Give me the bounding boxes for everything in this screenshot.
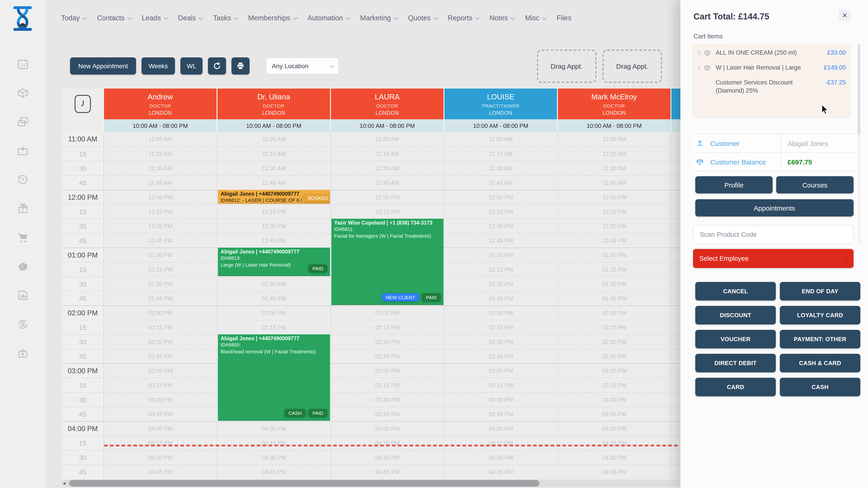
calendar-cell[interactable]: 04:45 PM bbox=[331, 465, 444, 480]
calendar-cell[interactable]: 04:30 PM bbox=[558, 451, 671, 465]
horizontal-scrollbar[interactable]: ◂ bbox=[62, 480, 680, 487]
calendar-cell[interactable]: 11:45 AM bbox=[558, 176, 671, 190]
calendar-cell[interactable]: 11:45 AM bbox=[217, 176, 331, 190]
secure-case-icon[interactable] bbox=[17, 347, 29, 359]
cash-card-button[interactable]: CASH & CARD bbox=[780, 354, 860, 372]
calendar-cell[interactable]: 02:30 PM bbox=[558, 335, 671, 349]
nav-item-today[interactable]: Today bbox=[61, 14, 86, 22]
calendar-cell[interactable]: 01:30 PM bbox=[444, 277, 558, 291]
location-filter-select[interactable]: Any Location bbox=[266, 57, 339, 74]
scan-product-code-input[interactable] bbox=[693, 225, 854, 244]
appointment-block[interactable]: Abigail Jones | +4407490009777ID#6812: -… bbox=[218, 190, 330, 204]
calendar-cell[interactable]: 03:30 PM bbox=[558, 393, 671, 407]
drag-appointment-slot-2[interactable]: Drag Appt. bbox=[602, 50, 662, 83]
calendar-cell[interactable]: 02:15 PM bbox=[444, 320, 558, 335]
card-button[interactable]: CARD bbox=[695, 378, 776, 396]
calendar-cell[interactable]: 03:45 PM bbox=[444, 407, 558, 422]
panel-scrollbar[interactable] bbox=[858, 44, 860, 243]
calendar-cell[interactable]: 01:00 PM bbox=[104, 248, 217, 263]
calendar-cell[interactable]: 11:00 AM bbox=[331, 132, 444, 147]
panel-scrollbar-thumb[interactable] bbox=[858, 44, 860, 135]
calendar-cell[interactable]: 04:45 PM bbox=[104, 465, 217, 480]
client-sync-icon[interactable] bbox=[17, 318, 29, 330]
calendar-cell[interactable]: 03:30 PM bbox=[444, 393, 558, 407]
calendar-cell[interactable]: 01:45 PM bbox=[217, 291, 331, 306]
calendar-cell[interactable]: 04:45 PM bbox=[444, 465, 558, 480]
gift-icon[interactable] bbox=[17, 202, 29, 215]
calendar-cell[interactable]: 03:30 PM bbox=[331, 393, 444, 407]
calendar-cell[interactable]: 02:15 PM bbox=[217, 320, 331, 335]
calendar-cell[interactable]: 01:45 PM bbox=[444, 291, 558, 306]
calendar-cell[interactable]: 04:15 PM bbox=[331, 436, 444, 451]
calendar-cell[interactable]: 02:00 PM bbox=[331, 306, 444, 320]
nav-item-misc[interactable]: Misc bbox=[525, 14, 546, 22]
calendar-cell[interactable]: 02:45 PM bbox=[558, 349, 671, 364]
nav-item-files[interactable]: Files bbox=[557, 14, 571, 22]
waitlist-button[interactable]: WL bbox=[181, 57, 203, 74]
select-employee-dropdown[interactable]: Select Employee bbox=[693, 249, 854, 268]
appointment-block[interactable]: Abigail Jones | +4407490009777ID#6805:Bl… bbox=[218, 334, 330, 421]
calendar-cell[interactable]: 12:45 PM bbox=[217, 234, 331, 248]
copy-icon[interactable] bbox=[17, 116, 29, 128]
nav-item-deals[interactable]: Deals bbox=[178, 14, 202, 22]
calendar-cell[interactable]: 03:30 PM bbox=[104, 393, 217, 407]
calendar-cell[interactable]: 11:30 AM bbox=[104, 161, 217, 176]
calendar-cell[interactable]: 12:15 PM bbox=[444, 205, 558, 219]
calendar-cell[interactable]: 04:45 PM bbox=[217, 465, 331, 480]
calendar-cell[interactable]: 04:00 PM bbox=[331, 422, 444, 436]
nav-item-reports[interactable]: Reports bbox=[448, 14, 478, 22]
calendar-cell[interactable]: 01:00 PM bbox=[444, 248, 558, 263]
calendar-cell[interactable]: 03:15 PM bbox=[104, 378, 217, 393]
cart-icon[interactable] bbox=[17, 231, 29, 243]
calendar-cell[interactable]: 12:15 PM bbox=[558, 205, 671, 219]
report-icon[interactable] bbox=[17, 289, 29, 301]
calendar-cell[interactable]: 02:00 PM bbox=[217, 306, 331, 320]
calendar-cell[interactable]: 04:00 PM bbox=[444, 422, 558, 436]
calendar-cell[interactable]: 11:15 AM bbox=[444, 147, 558, 161]
calendar-cell[interactable]: 04:15 PM bbox=[104, 436, 217, 451]
discount-button[interactable]: DISCOUNT bbox=[695, 306, 776, 324]
calendar-cell[interactable]: 01:45 PM bbox=[558, 291, 671, 306]
calendar-cell[interactable]: 12:30 PM bbox=[217, 219, 331, 234]
calendar-cell[interactable]: 02:15 PM bbox=[104, 320, 217, 335]
calendar-cell[interactable]: 01:30 PM bbox=[104, 277, 217, 291]
calendar-cell[interactable]: 02:30 PM bbox=[331, 335, 444, 349]
cancel-button[interactable]: CANCEL bbox=[695, 282, 776, 300]
calendar-cell[interactable]: 01:00 PM bbox=[558, 248, 671, 263]
calendar-cell[interactable]: 03:15 PM bbox=[331, 378, 444, 393]
nav-item-notes[interactable]: Notes bbox=[490, 14, 514, 22]
calendar-cell[interactable]: 11:15 AM bbox=[104, 147, 217, 161]
calendar-cell[interactable]: 03:00 PM bbox=[331, 364, 444, 378]
calendar-cell[interactable]: 12:00 PM bbox=[558, 190, 671, 205]
calendar-cell[interactable]: 11:30 AM bbox=[444, 161, 558, 176]
calendar-cell[interactable]: 04:00 PM bbox=[104, 422, 217, 436]
calendar-cell[interactable]: 03:00 PM bbox=[558, 364, 671, 378]
new-appointment-button[interactable]: New Appointment bbox=[70, 57, 136, 74]
calendar-cell[interactable]: 04:15 PM bbox=[217, 436, 331, 451]
close-panel-button[interactable]: ✕ bbox=[839, 9, 851, 21]
nav-item-automation[interactable]: Automation bbox=[307, 14, 349, 22]
calendar-cell[interactable]: 11:45 AM bbox=[104, 176, 217, 190]
calendar-cell[interactable]: 04:30 PM bbox=[104, 451, 217, 465]
calendar-cell[interactable]: 02:15 PM bbox=[331, 320, 444, 335]
cart-item-row[interactable]: Customer Services Discount (Diamond) 25%… bbox=[698, 78, 846, 95]
history-icon[interactable] bbox=[17, 173, 29, 186]
cart-item-row[interactable]: 1W | Laser Hair Removal | Large£149.00 bbox=[698, 64, 846, 73]
calendar-cell[interactable]: 11:15 AM bbox=[217, 147, 331, 161]
calendar-cell[interactable]: 02:45 PM bbox=[444, 349, 558, 364]
calendar-cell[interactable]: 02:30 PM bbox=[444, 335, 558, 349]
calendar-cell[interactable]: 12:00 PM bbox=[104, 190, 217, 205]
calendar-cell[interactable]: 11:30 AM bbox=[217, 161, 331, 176]
calendar-cell[interactable]: 11:15 AM bbox=[331, 147, 444, 161]
calendar-cell[interactable]: 03:15 PM bbox=[558, 378, 671, 393]
calendar-cell[interactable]: 03:45 PM bbox=[104, 407, 217, 422]
cash-button[interactable]: CASH bbox=[780, 378, 860, 396]
drag-appointment-slot-1[interactable]: Drag Appt. bbox=[537, 50, 596, 83]
calendar-cell[interactable]: 01:30 PM bbox=[558, 277, 671, 291]
calendar-cell[interactable]: 12:45 PM bbox=[444, 234, 558, 248]
calendar-cell[interactable]: 03:00 PM bbox=[444, 364, 558, 378]
appointment-block[interactable]: Abigail Jones | +4407490009777ID#6813:La… bbox=[218, 248, 330, 276]
calendar-cell[interactable]: 04:45 PM bbox=[558, 465, 671, 480]
calendar-cell[interactable]: 01:30 PM bbox=[217, 277, 331, 291]
calendar-cell[interactable]: 02:30 PM bbox=[104, 335, 217, 349]
